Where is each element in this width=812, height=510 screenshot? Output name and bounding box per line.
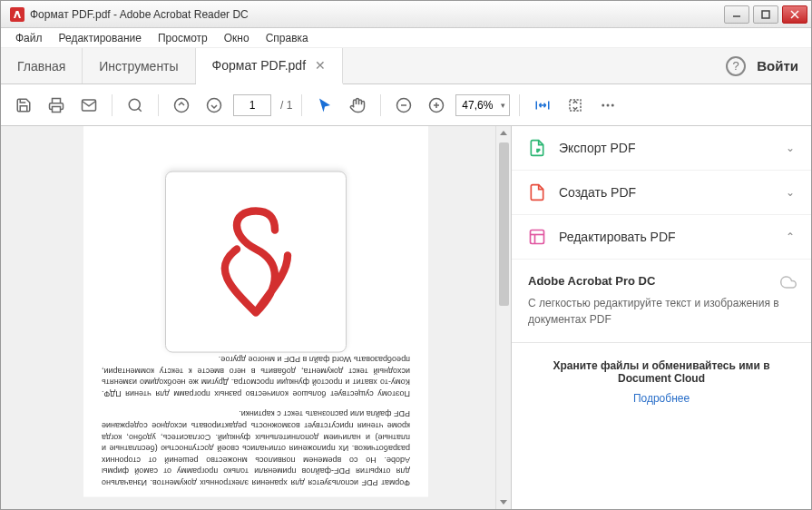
svg-point-17: [602, 103, 605, 106]
chevron-up-icon: ⌃: [786, 230, 795, 243]
pro-description: С легкостью редактируйте текст и изображ…: [528, 295, 795, 328]
export-pdf-icon: [528, 139, 546, 157]
selection-tool-icon[interactable]: [311, 92, 338, 119]
panel-edit-pdf[interactable]: Редактировать PDF ⌃: [512, 215, 811, 260]
document-paragraph: Формат PDF используется для хранения эле…: [102, 407, 410, 487]
svg-rect-20: [531, 230, 544, 244]
search-icon[interactable]: [122, 92, 149, 119]
svg-rect-2: [762, 11, 769, 18]
tab-document-label: Формат PDF.pdf: [212, 58, 306, 73]
menu-file[interactable]: Файл: [8, 30, 50, 46]
window-controls: [724, 5, 807, 24]
tab-document[interactable]: Формат PDF.pdf ✕: [196, 48, 343, 84]
zoom-in-icon[interactable]: [423, 92, 450, 119]
adobe-logo-icon: [165, 172, 347, 353]
tab-tools-label: Инструменты: [99, 59, 178, 74]
panel-create-label: Создать PDF: [559, 185, 786, 200]
print-icon[interactable]: [43, 92, 70, 119]
cloud-icon: [780, 274, 797, 290]
edit-pdf-icon: [528, 228, 546, 246]
menubar: Файл Редактирование Просмотр Окно Справк…: [1, 28, 811, 48]
tools-panel: Экспорт PDF ⌄ Создать PDF ⌄ Редактироват…: [512, 126, 811, 509]
vertical-scrollbar[interactable]: [495, 126, 511, 509]
help-icon[interactable]: ?: [726, 56, 746, 76]
menu-edit[interactable]: Редактирование: [52, 30, 149, 46]
minimize-button[interactable]: [724, 5, 749, 24]
zoom-value: 47,6%: [462, 99, 493, 112]
page-down-icon[interactable]: [201, 92, 228, 119]
fit-width-icon[interactable]: [529, 92, 556, 119]
panel-footer: Храните файлы и обменивайтесь ими в Docu…: [512, 343, 811, 421]
content-area: Формат PDF используется для хранения эле…: [1, 126, 811, 509]
document-page: Формат PDF используется для хранения эле…: [83, 126, 428, 497]
svg-point-19: [611, 103, 614, 106]
more-tools-icon[interactable]: [594, 92, 621, 119]
document-viewport[interactable]: Формат PDF используется для хранения эле…: [1, 126, 512, 509]
chevron-down-icon: ⌄: [786, 142, 795, 154]
panel-pro-section: Adobe Acrobat Pro DC С легкостью редакти…: [512, 260, 811, 343]
window-titlebar: Формат PDF.pdf - Adobe Acrobat Reader DC: [1, 1, 811, 28]
close-button[interactable]: [782, 5, 807, 24]
tabbar: Главная Инструменты Формат PDF.pdf ✕ ? В…: [1, 48, 811, 84]
svg-point-18: [607, 103, 610, 106]
menu-view[interactable]: Просмотр: [151, 30, 215, 46]
svg-line-8: [138, 108, 141, 111]
panel-export-pdf[interactable]: Экспорт PDF ⌄: [512, 126, 811, 171]
panel-export-label: Экспорт PDF: [559, 141, 786, 155]
zoom-select[interactable]: 47,6%: [455, 94, 510, 116]
signin-button[interactable]: Войти: [757, 58, 798, 74]
svg-rect-0: [10, 7, 24, 22]
tab-home-label: Главная: [17, 59, 65, 74]
panel-edit-label: Редактировать PDF: [559, 230, 786, 244]
page-up-icon[interactable]: [168, 92, 195, 119]
zoom-out-icon[interactable]: [390, 92, 417, 119]
scrollbar-thumb[interactable]: [499, 142, 509, 306]
page-total-label: / 1: [280, 99, 292, 112]
svg-point-7: [129, 99, 140, 110]
save-icon[interactable]: [10, 92, 37, 119]
app-icon: [10, 7, 24, 22]
page-number-input[interactable]: [233, 94, 271, 116]
window-title: Формат PDF.pdf - Adobe Acrobat Reader DC: [30, 8, 724, 21]
menu-help[interactable]: Справка: [259, 30, 316, 46]
menu-window[interactable]: Окно: [217, 30, 257, 46]
svg-point-9: [175, 98, 189, 112]
document-paragraph: Поэтому существует большое количество ра…: [102, 353, 410, 398]
maximize-button[interactable]: [753, 5, 778, 24]
hand-tool-icon[interactable]: [344, 92, 371, 119]
panel-create-pdf[interactable]: Создать PDF ⌄: [512, 171, 811, 215]
email-icon[interactable]: [75, 92, 103, 119]
tab-close-icon[interactable]: ✕: [315, 58, 326, 73]
create-pdf-icon: [528, 183, 546, 201]
tab-tools[interactable]: Инструменты: [83, 48, 195, 83]
svg-point-10: [208, 98, 221, 112]
footer-link[interactable]: Подробнее: [528, 392, 795, 405]
tab-home[interactable]: Главная: [1, 48, 83, 83]
pro-title: Adobe Acrobat Pro DC: [528, 274, 795, 288]
toolbar: / 1 47,6%: [1, 84, 811, 126]
footer-text: Храните файлы и обменивайтесь ими в Docu…: [528, 359, 795, 385]
chevron-down-icon: ⌄: [786, 186, 795, 199]
fit-page-icon[interactable]: [562, 92, 589, 119]
svg-rect-5: [53, 106, 61, 112]
